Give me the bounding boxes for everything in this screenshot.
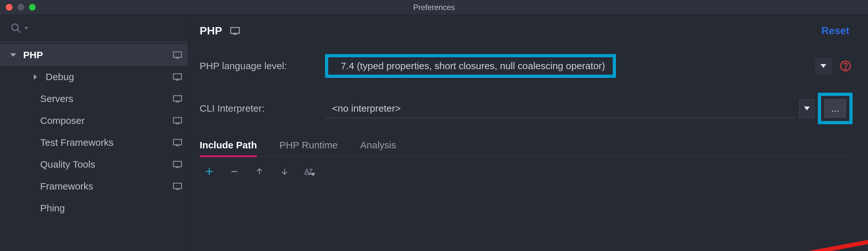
svg-line-1 xyxy=(18,30,20,32)
sidebar-item-label: Phing xyxy=(10,203,182,214)
svg-rect-10 xyxy=(173,139,181,145)
svg-rect-8 xyxy=(173,117,181,123)
svg-rect-2 xyxy=(173,52,181,57)
project-scope-icon xyxy=(173,161,182,168)
help-icon[interactable] xyxy=(838,59,852,73)
page-title: PHP xyxy=(199,24,222,37)
sidebar-item-label: Composer xyxy=(10,115,173,126)
sort-button[interactable]: AZ xyxy=(305,166,312,177)
cli-interpreter-dropdown-trigger[interactable] xyxy=(799,99,815,118)
add-button[interactable] xyxy=(204,166,214,177)
sidebar-item-frameworks[interactable]: Frameworks xyxy=(0,175,188,197)
cli-interpreter-browse-button[interactable]: ... xyxy=(824,99,846,118)
cli-interpreter-label: CLI Interpreter: xyxy=(199,103,325,114)
cli-interpreter-value: <no interpreter> xyxy=(332,103,401,114)
svg-point-0 xyxy=(12,24,18,30)
svg-rect-14 xyxy=(173,183,181,189)
chevron-down-icon xyxy=(10,52,23,59)
project-scope-icon xyxy=(173,117,182,124)
project-scope-icon xyxy=(173,139,182,146)
close-window-button[interactable] xyxy=(6,4,12,10)
tab-analysis[interactable]: Analysis xyxy=(361,140,396,157)
sidebar-item-servers[interactable]: Servers xyxy=(0,88,188,110)
sidebar-item-label: Servers xyxy=(10,93,173,104)
tabs: Include Path PHP Runtime Analysis xyxy=(199,140,852,157)
project-scope-icon xyxy=(173,51,182,59)
svg-rect-12 xyxy=(173,161,181,167)
sidebar-item-label: Frameworks xyxy=(10,181,173,192)
svg-rect-4 xyxy=(173,74,181,79)
cli-interpreter-dropdown[interactable]: <no interpreter> xyxy=(325,99,795,118)
main-panel: PHP Reset PHP language level: 7.4 (typed… xyxy=(188,15,868,251)
php-language-level-dropdown[interactable]: 7.4 (typed properties, short closures, n… xyxy=(336,57,610,75)
sidebar-item-label: Debug xyxy=(45,72,173,82)
svg-rect-16 xyxy=(230,27,239,33)
php-language-level-label: PHP language level: xyxy=(199,60,325,72)
sidebar-item-label: PHP xyxy=(23,50,173,60)
remove-button[interactable] xyxy=(229,166,240,177)
tab-include-path[interactable]: Include Path xyxy=(199,140,257,157)
svg-rect-6 xyxy=(173,95,181,101)
project-scope-icon xyxy=(173,73,182,81)
sidebar-item-label: Quality Tools xyxy=(10,159,173,170)
svg-line-27 xyxy=(705,215,868,251)
project-scope-icon xyxy=(230,27,240,35)
project-scope-icon xyxy=(173,95,182,103)
include-path-toolbar: AZ xyxy=(199,166,852,177)
window-controls xyxy=(6,4,36,10)
sidebar-item-composer[interactable]: Composer xyxy=(0,110,188,132)
reset-link[interactable]: Reset xyxy=(822,25,849,37)
sidebar-item-quality-tools[interactable]: Quality Tools xyxy=(0,154,188,175)
sidebar-item-phing[interactable]: Phing xyxy=(0,197,188,219)
page-header: PHP Reset xyxy=(199,24,852,37)
zoom-window-button[interactable] xyxy=(29,4,36,10)
titlebar: Preferences xyxy=(0,0,868,15)
sidebar-item-test-frameworks[interactable]: Test Frameworks xyxy=(0,132,188,154)
php-language-level-dropdown-trigger[interactable] xyxy=(815,57,832,75)
sidebar-item-debug[interactable]: Debug xyxy=(0,66,188,88)
php-language-level-value: 7.4 (typed properties, short closures, n… xyxy=(341,60,605,72)
svg-point-19 xyxy=(845,68,846,69)
cli-interpreter-row: CLI Interpreter: <no interpreter> ... xyxy=(199,97,852,120)
window-title: Preferences xyxy=(413,3,455,12)
sidebar-item-label: Test Frameworks xyxy=(10,137,173,148)
sidebar-item-php[interactable]: PHP xyxy=(0,44,188,66)
annotation-highlight: ... xyxy=(818,93,852,124)
chevron-right-icon xyxy=(32,74,45,80)
move-down-button[interactable] xyxy=(279,166,290,177)
move-up-button[interactable] xyxy=(254,166,265,177)
minimize-window-button[interactable] xyxy=(18,4,24,10)
search-icon[interactable] xyxy=(10,22,29,35)
tab-php-runtime[interactable]: PHP Runtime xyxy=(279,140,338,157)
project-scope-icon xyxy=(173,183,182,190)
sidebar: PHP Debug Servers xyxy=(0,15,188,251)
php-language-level-row: PHP language level: 7.4 (typed propertie… xyxy=(199,55,852,77)
settings-tree: PHP Debug Servers xyxy=(0,42,188,219)
sidebar-search-row xyxy=(0,15,188,42)
annotation-highlight: 7.4 (typed properties, short closures, n… xyxy=(325,54,616,78)
annotation-arrow xyxy=(699,210,868,251)
